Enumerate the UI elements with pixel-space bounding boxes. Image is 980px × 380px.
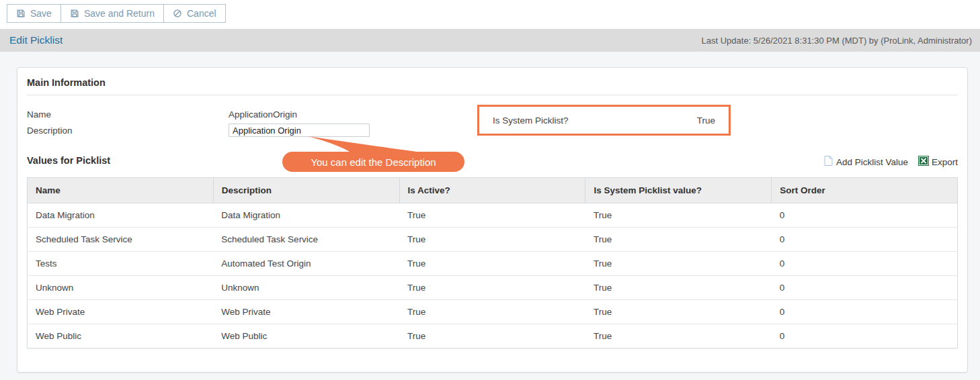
toolbar: Save Save and Return Cancel bbox=[0, 0, 980, 29]
picklist-values-table-container: NameDescriptionIs Active?Is System Pickl… bbox=[27, 177, 958, 348]
table-cell: True bbox=[399, 228, 585, 252]
description-label: Description bbox=[27, 126, 229, 136]
table-body: Data MigrationData MigrationTrueTrue0Sch… bbox=[28, 203, 958, 348]
table-cell: Web Public bbox=[213, 324, 399, 348]
table-row[interactable]: Web PrivateWeb PrivateTrueTrue0 bbox=[28, 300, 958, 324]
table-cell: True bbox=[399, 276, 585, 300]
table-cell: Unknown bbox=[213, 276, 399, 300]
section-divider bbox=[27, 95, 958, 95]
name-label: Name bbox=[27, 109, 229, 120]
table-cell: Web Public bbox=[28, 324, 214, 348]
save-icon bbox=[16, 9, 26, 18]
add-picklist-value-button[interactable]: Add Picklist Value bbox=[823, 155, 908, 169]
table-cell: Scheduled Task Service bbox=[28, 228, 214, 252]
callout-arrow bbox=[289, 132, 447, 154]
table-cell: 0 bbox=[772, 228, 958, 252]
callout-text: You can edit the Description bbox=[311, 156, 436, 168]
table-cell: 0 bbox=[772, 300, 958, 324]
table-cell: True bbox=[399, 203, 585, 228]
system-picklist-value: True bbox=[697, 115, 715, 126]
name-value: ApplicationOrigin bbox=[229, 109, 297, 120]
table-cell: True bbox=[585, 324, 772, 348]
table-cell: True bbox=[585, 252, 772, 276]
picklist-table: NameDescriptionIs Active?Is System Pickl… bbox=[27, 177, 958, 348]
add-picklist-value-label: Add Picklist Value bbox=[836, 157, 908, 167]
table-row[interactable]: Scheduled Task ServiceScheduled Task Ser… bbox=[28, 228, 958, 252]
table-cell: Tests bbox=[28, 252, 214, 276]
column-header: Description bbox=[213, 178, 399, 203]
save-and-return-button[interactable]: Save and Return bbox=[60, 4, 164, 23]
values-for-picklist-heading: Values for Picklist bbox=[27, 155, 110, 169]
table-cell: Scheduled Task Service bbox=[213, 228, 399, 252]
export-label: Export bbox=[932, 157, 958, 167]
page-title: Edit Picklist bbox=[9, 34, 63, 46]
values-header-row: Values for Picklist Add Picklist Value bbox=[27, 154, 958, 169]
save-and-return-button-label: Save and Return bbox=[84, 8, 155, 19]
table-row[interactable]: UnknownUnknownTrueTrue0 bbox=[28, 276, 958, 300]
table-cell: True bbox=[585, 300, 772, 324]
save-button-label: Save bbox=[30, 8, 52, 19]
table-cell: Web Private bbox=[28, 300, 214, 324]
table-cell: True bbox=[585, 203, 772, 228]
main-information-heading: Main Information bbox=[27, 77, 958, 91]
callout-bubble: You can edit the Description bbox=[282, 152, 464, 172]
edit-picklist-card: Main Information Name ApplicationOrigin … bbox=[17, 67, 968, 373]
table-cell: 0 bbox=[772, 252, 958, 276]
table-cell: True bbox=[585, 228, 772, 252]
table-cell: 0 bbox=[772, 324, 958, 348]
toolbar-button-group: Save Save and Return Cancel bbox=[7, 4, 226, 23]
export-button[interactable]: Export bbox=[918, 156, 958, 168]
table-cell: Unknown bbox=[28, 276, 214, 300]
table-cell: Data Migration bbox=[28, 203, 214, 228]
table-row[interactable]: TestsAutomated Test OriginTrueTrue0 bbox=[28, 252, 958, 276]
save-icon bbox=[70, 9, 79, 18]
column-header: Is System Picklist value? bbox=[585, 178, 772, 203]
table-header: NameDescriptionIs Active?Is System Pickl… bbox=[28, 178, 958, 203]
column-header: Sort Order bbox=[772, 178, 958, 203]
table-row[interactable]: Web PublicWeb PublicTrueTrue0 bbox=[28, 324, 958, 348]
excel-icon bbox=[918, 156, 929, 168]
table-cell: True bbox=[399, 300, 585, 324]
table-cell: Data Migration bbox=[213, 203, 399, 228]
table-cell: Automated Test Origin bbox=[213, 252, 399, 276]
table-cell: True bbox=[585, 276, 772, 300]
system-picklist-highlight-box: Is System Picklist? True bbox=[477, 105, 731, 136]
content-area: Main Information Name ApplicationOrigin … bbox=[0, 52, 980, 380]
table-cell: 0 bbox=[772, 276, 958, 300]
table-row[interactable]: Data MigrationData MigrationTrueTrue0 bbox=[28, 203, 958, 228]
cancel-button[interactable]: Cancel bbox=[163, 4, 226, 23]
column-header: Is Active? bbox=[399, 178, 585, 203]
cancel-button-label: Cancel bbox=[187, 8, 216, 19]
last-update-text: Last Update: 5/26/2021 8:31:30 PM (MDT) … bbox=[702, 36, 972, 46]
values-actions: Add Picklist Value Export bbox=[823, 155, 958, 169]
title-bar: Edit Picklist Last Update: 5/26/2021 8:3… bbox=[0, 29, 980, 52]
cancel-icon bbox=[173, 9, 182, 18]
table-cell: True bbox=[399, 252, 585, 276]
table-cell: 0 bbox=[772, 203, 958, 228]
save-button[interactable]: Save bbox=[7, 4, 61, 23]
system-picklist-label: Is System Picklist? bbox=[493, 115, 569, 126]
table-cell: True bbox=[399, 324, 585, 348]
table-cell: Web Private bbox=[213, 300, 399, 324]
blank-page-icon bbox=[823, 155, 833, 169]
column-header: Name bbox=[28, 178, 214, 203]
